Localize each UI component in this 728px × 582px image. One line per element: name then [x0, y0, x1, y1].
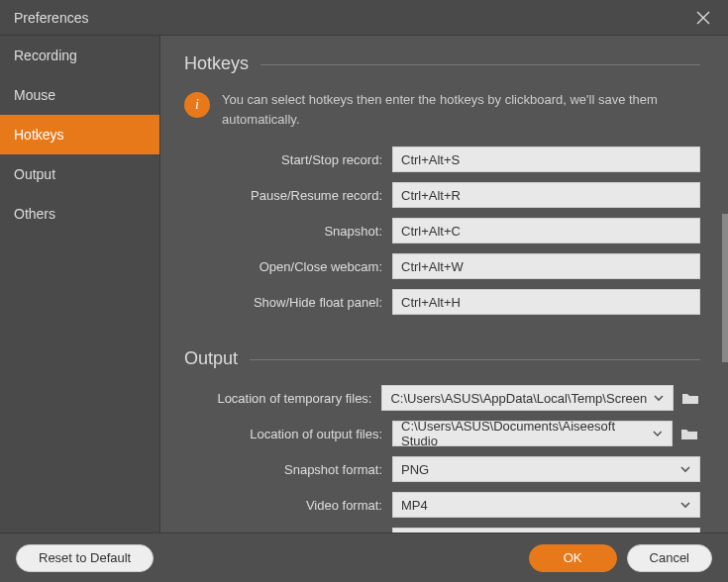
- folder-icon: [680, 427, 698, 440]
- sidebar-item-mouse[interactable]: Mouse: [0, 75, 159, 115]
- hotkey-input-float-panel[interactable]: [392, 289, 700, 315]
- hotkey-input-start-stop[interactable]: [392, 146, 700, 172]
- hotkey-row-webcam: Open/Close webcam:: [184, 253, 700, 279]
- field-label: Video format:: [184, 498, 392, 513]
- select-value: MP4: [401, 498, 428, 513]
- scrollbar-thumb[interactable]: [722, 214, 728, 362]
- hotkey-row-pause-resume: Pause/Resume record:: [184, 182, 700, 208]
- info-row: i You can select hotkeys then enter the …: [184, 90, 700, 129]
- select-value: C:\Users\ASUS\AppData\Local\Temp\Screen: [390, 391, 647, 406]
- sidebar-item-label: Output: [14, 166, 55, 182]
- output-row-temp: Location of temporary files: C:\Users\AS…: [184, 385, 700, 411]
- output-row-video-format: Video format: MP4: [184, 492, 700, 518]
- output-row-snapshot-format: Snapshot format: PNG: [184, 456, 700, 482]
- output-row-out: Location of output files: C:\Users\ASUS\…: [184, 421, 700, 446]
- select-value: PNG: [401, 462, 429, 477]
- sidebar-item-label: Hotkeys: [14, 127, 64, 143]
- field-label: Snapshot format:: [184, 462, 392, 477]
- hotkey-row-snapshot: Snapshot:: [184, 218, 700, 243]
- sidebar-item-others[interactable]: Others: [0, 194, 159, 234]
- sidebar: Recording Mouse Hotkeys Output Others: [0, 36, 160, 533]
- field-label: Open/Close webcam:: [184, 259, 392, 274]
- chevron-down-icon: [679, 463, 691, 475]
- browse-out-button[interactable]: [678, 423, 700, 444]
- field-label: Start/Stop record:: [184, 152, 392, 167]
- sidebar-item-recording[interactable]: Recording: [0, 36, 159, 75]
- sidebar-item-output[interactable]: Output: [0, 154, 159, 194]
- title-bar: Preferences: [0, 0, 728, 36]
- field-label: Snapshot:: [184, 224, 392, 239]
- chevron-down-icon: [652, 428, 664, 439]
- info-text: You can select hotkeys then enter the ho…: [222, 90, 700, 129]
- section-title-hotkeys: Hotkeys: [184, 53, 249, 80]
- section-title-output: Output: [184, 348, 238, 375]
- hotkey-input-snapshot[interactable]: [392, 218, 700, 243]
- snapshot-format-select[interactable]: PNG: [392, 456, 700, 482]
- hotkey-input-pause-resume[interactable]: [392, 182, 700, 208]
- field-label: Show/Hide float panel:: [184, 295, 392, 310]
- out-path-select[interactable]: C:\Users\ASUS\Documents\Aiseesoft Studio: [392, 421, 673, 446]
- chevron-down-icon: [653, 392, 665, 404]
- video-format-select[interactable]: MP4: [392, 492, 700, 518]
- field-label: Location of temporary files:: [184, 391, 381, 406]
- field-label: Location of output files:: [184, 427, 392, 441]
- hotkey-row-start-stop: Start/Stop record:: [184, 146, 700, 172]
- window-title: Preferences: [14, 10, 88, 26]
- info-icon: i: [184, 92, 210, 118]
- temp-path-select[interactable]: C:\Users\ASUS\AppData\Local\Temp\Screen: [381, 385, 674, 411]
- close-icon: [695, 10, 711, 26]
- sidebar-item-label: Others: [14, 206, 55, 222]
- field-label: Pause/Resume record:: [184, 188, 392, 203]
- hotkey-row-float-panel: Show/Hide float panel:: [184, 289, 700, 315]
- cancel-button[interactable]: Cancel: [627, 544, 712, 572]
- ok-button[interactable]: OK: [529, 544, 617, 572]
- close-button[interactable]: [692, 7, 714, 29]
- footer: Reset to Default OK Cancel: [0, 533, 728, 582]
- browse-temp-button[interactable]: [679, 387, 700, 409]
- sidebar-item-label: Recording: [14, 48, 77, 63]
- sidebar-item-label: Mouse: [14, 87, 55, 103]
- content: Recording Mouse Hotkeys Output Others Ho…: [0, 36, 728, 533]
- main-panel: Hotkeys i You can select hotkeys then en…: [160, 36, 728, 533]
- hotkey-input-webcam[interactable]: [392, 253, 700, 279]
- sidebar-item-hotkeys[interactable]: Hotkeys: [0, 115, 159, 154]
- reset-button[interactable]: Reset to Default: [16, 544, 154, 572]
- chevron-down-icon: [679, 499, 691, 511]
- select-value: C:\Users\ASUS\Documents\Aiseesoft Studio: [401, 419, 646, 448]
- folder-icon: [681, 391, 699, 405]
